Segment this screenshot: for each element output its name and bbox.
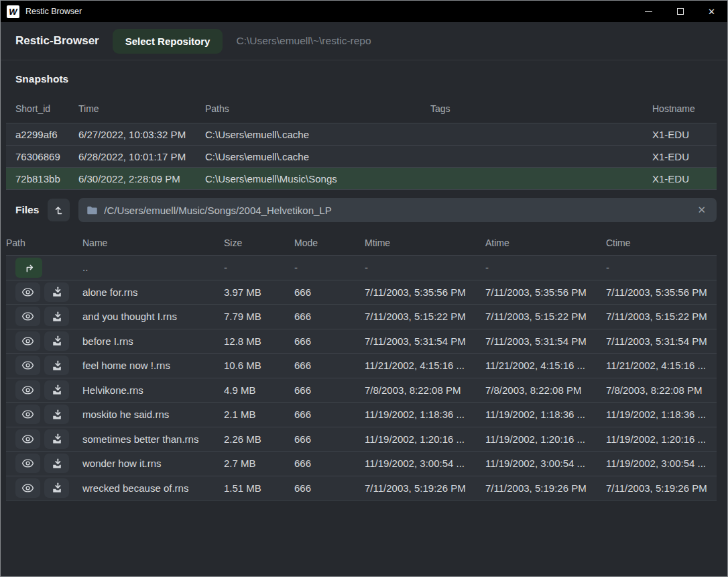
file-mode: 666 — [294, 335, 365, 347]
file-size: 2.7 MB — [224, 458, 294, 469]
app-logo-icon: W — [7, 5, 19, 18]
file-name: feel home now !.rns — [82, 360, 224, 371]
file-row[interactable]: alone for.rns3.97 MB6667/11/2003, 5:35:5… — [6, 280, 717, 305]
preview-file-button[interactable] — [15, 429, 40, 449]
maximize-button[interactable] — [664, 1, 696, 22]
snapshot-row[interactable]: a2299af66/27/2022, 10:03:32 PMC:\Users\e… — [6, 123, 717, 146]
file-ctime: 11/21/2002, 4:15:16 ... — [606, 360, 717, 371]
column-header: Mtime — [365, 238, 485, 248]
snapshot-hostname: X1-EDU — [652, 129, 717, 140]
file-row[interactable]: and you thought I.rns7.79 MB6667/11/2003… — [6, 305, 717, 329]
download-file-button[interactable] — [44, 307, 69, 326]
clear-icon: ✕ — [697, 204, 706, 215]
download-file-button[interactable] — [44, 429, 69, 449]
snapshot-hostname: X1-EDU — [652, 151, 717, 162]
file-mode: 666 — [294, 409, 365, 420]
snapshot-time: 6/28/2022, 10:01:17 PM — [78, 151, 205, 162]
file-row[interactable]: moskito he said.rns2.1 MB66611/19/2002, … — [6, 403, 717, 427]
snapshot-paths: C:\Users\emuell\.cache — [205, 151, 430, 162]
eye-icon — [21, 458, 34, 468]
file-mode: 666 — [294, 360, 365, 371]
file-size: 4.9 MB — [224, 384, 294, 396]
preview-file-button[interactable] — [15, 307, 40, 326]
select-repository-button[interactable]: Select Repository — [113, 29, 223, 54]
download-file-button[interactable] — [44, 331, 69, 351]
download-icon — [52, 458, 62, 469]
column-header: Mode — [294, 238, 365, 248]
file-name: alone for.rns — [82, 286, 224, 298]
file-row[interactable]: sometimes better than.rns2.26 MB66611/19… — [6, 427, 717, 452]
file-name: .. — [82, 262, 224, 273]
file-size: 1.51 MB — [224, 482, 294, 494]
file-ctime: 11/19/2002, 1:20:16 ... — [606, 433, 717, 445]
download-icon — [52, 409, 62, 420]
eye-icon — [21, 336, 34, 346]
files-header-row: PathNameSizeModeMtimeAtimeCtime — [6, 230, 717, 256]
file-ctime: 7/11/2003, 5:35:56 PM — [606, 286, 717, 298]
app-header: Restic-Browser Select Repository C:\User… — [1, 22, 727, 60]
download-icon — [52, 360, 62, 371]
snapshot-hostname: X1-EDU — [652, 173, 717, 185]
close-button[interactable]: ✕ — [696, 1, 727, 22]
file-row[interactable]: Helvikone.rns4.9 MB6667/8/2003, 8:22:08 … — [6, 378, 717, 403]
column-header: Time — [78, 103, 205, 114]
file-size: - — [224, 262, 294, 273]
download-file-button[interactable] — [44, 380, 69, 400]
current-path-box[interactable]: ✕ — [78, 198, 717, 222]
preview-file-button[interactable] — [15, 282, 40, 302]
file-name: sometimes better than.rns — [82, 433, 224, 445]
app-title: Restic-Browser — [15, 34, 99, 48]
file-mode: 666 — [294, 482, 365, 494]
download-file-button[interactable] — [44, 405, 69, 424]
file-row[interactable]: feel home now !.rns10.6 MB66611/21/2002,… — [6, 354, 717, 378]
minimize-button[interactable] — [633, 1, 664, 22]
preview-file-button[interactable] — [15, 454, 40, 473]
snapshot-row[interactable]: 763068696/28/2022, 10:01:17 PMC:\Users\e… — [6, 146, 717, 168]
file-name: Helvikone.rns — [82, 384, 224, 396]
file-mtime: 7/11/2003, 5:35:56 PM — [365, 286, 485, 298]
file-ctime: 7/11/2003, 5:31:54 PM — [606, 335, 717, 347]
preview-file-button[interactable] — [15, 478, 40, 498]
download-file-button[interactable] — [44, 478, 69, 498]
file-mtime: 7/11/2003, 5:31:54 PM — [365, 335, 485, 347]
open-parent-directory-button[interactable] — [15, 258, 42, 278]
preview-file-button[interactable] — [15, 356, 40, 375]
download-icon — [52, 286, 62, 297]
file-mtime: 11/21/2002, 4:15:16 ... — [365, 360, 485, 371]
preview-file-button[interactable] — [15, 331, 40, 351]
clear-path-button[interactable]: ✕ — [694, 203, 709, 217]
file-mtime: 11/19/2002, 1:18:36 ... — [365, 409, 485, 420]
column-header: Size — [224, 238, 294, 248]
preview-file-button[interactable] — [15, 380, 40, 400]
file-row[interactable]: before I.rns12.8 MB6667/11/2003, 5:31:54… — [6, 329, 717, 354]
file-mode: 666 — [294, 433, 365, 445]
file-atime: 7/11/2003, 5:31:54 PM — [485, 335, 606, 347]
file-size: 10.6 MB — [224, 360, 294, 371]
parent-directory-row[interactable]: .. - - - - - — [6, 256, 717, 280]
close-icon: ✕ — [708, 7, 715, 17]
level-up-icon — [54, 205, 64, 215]
level-up-button[interactable] — [48, 199, 70, 221]
snapshot-time: 6/30/2022, 2:28:09 PM — [78, 173, 205, 185]
file-atime: 7/8/2003, 8:22:08 PM — [485, 384, 606, 396]
download-file-button[interactable] — [44, 454, 69, 473]
download-file-button[interactable] — [44, 356, 69, 375]
file-ctime: 11/19/2002, 1:18:36 ... — [606, 409, 717, 420]
column-header: Path — [6, 238, 82, 248]
preview-file-button[interactable] — [15, 405, 40, 424]
download-icon — [52, 433, 62, 444]
snapshot-row[interactable]: 72b813bb6/30/2022, 2:28:09 PMC:\Users\em… — [6, 168, 717, 190]
snapshot-short-id: a2299af6 — [6, 129, 78, 140]
snapshot-time: 6/27/2022, 10:03:32 PM — [78, 129, 205, 140]
window-title: Restic Browser — [25, 7, 82, 16]
column-header: Ctime — [606, 238, 717, 248]
file-row[interactable]: wonder how it.rns2.7 MB66611/19/2002, 3:… — [6, 452, 717, 476]
file-size: 12.8 MB — [224, 335, 294, 347]
column-header: Hostname — [652, 103, 717, 114]
download-file-button[interactable] — [44, 282, 69, 302]
current-path-input[interactable] — [104, 205, 688, 216]
eye-icon — [21, 287, 34, 297]
file-size: 7.79 MB — [224, 311, 294, 322]
file-size: 3.97 MB — [224, 286, 294, 298]
file-row[interactable]: wrecked because of.rns1.51 MB6667/11/200… — [6, 476, 717, 501]
